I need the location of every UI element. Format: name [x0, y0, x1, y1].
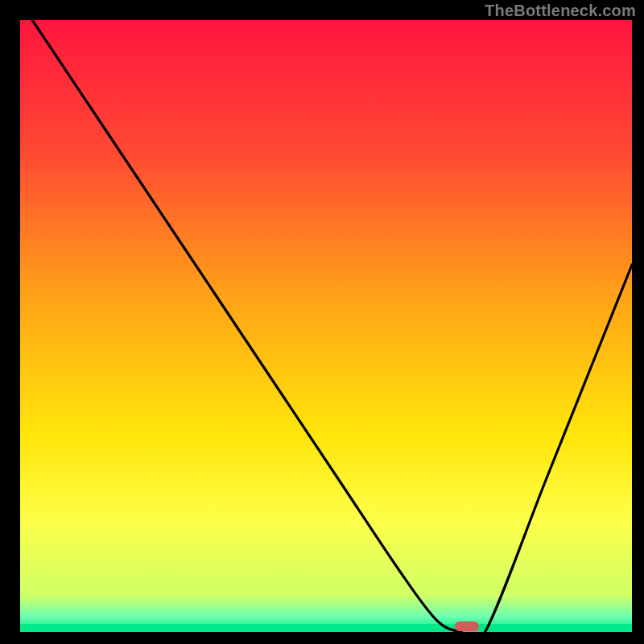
baseline-strip: [20, 624, 632, 632]
chart-container: TheBottleneck.com: [0, 0, 644, 644]
bottleneck-chart: [0, 0, 644, 644]
optimal-marker: [455, 621, 479, 631]
watermark-text: TheBottleneck.com: [485, 2, 636, 20]
plot-background: [20, 20, 632, 632]
